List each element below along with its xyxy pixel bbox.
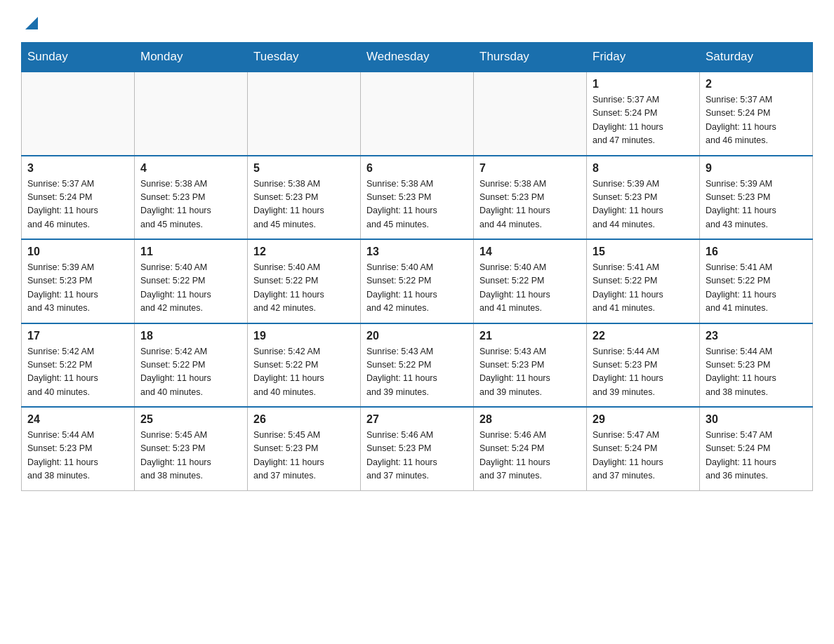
calendar-cell: 22Sunrise: 5:44 AM Sunset: 5:23 PM Dayli… — [587, 323, 700, 408]
day-number: 9 — [706, 162, 807, 175]
calendar-cell: 28Sunrise: 5:46 AM Sunset: 5:24 PM Dayli… — [474, 407, 587, 490]
calendar-cell: 25Sunrise: 5:45 AM Sunset: 5:23 PM Dayli… — [135, 407, 248, 490]
day-info: Sunrise: 5:40 AM Sunset: 5:22 PM Dayligh… — [366, 261, 468, 316]
day-number: 8 — [593, 162, 694, 175]
day-info: Sunrise: 5:38 AM Sunset: 5:23 PM Dayligh… — [140, 177, 241, 232]
day-info: Sunrise: 5:45 AM Sunset: 5:23 PM Dayligh… — [253, 429, 355, 483]
day-info: Sunrise: 5:47 AM Sunset: 5:24 PM Dayligh… — [706, 429, 807, 483]
day-info: Sunrise: 5:40 AM Sunset: 5:22 PM Dayligh… — [479, 261, 581, 316]
day-number: 7 — [479, 162, 581, 175]
week-row-5: 24Sunrise: 5:44 AM Sunset: 5:23 PM Dayli… — [22, 407, 813, 490]
calendar-cell: 1Sunrise: 5:37 AM Sunset: 5:24 PM Daylig… — [587, 72, 700, 156]
day-info: Sunrise: 5:41 AM Sunset: 5:22 PM Dayligh… — [593, 261, 694, 316]
calendar-cell: 16Sunrise: 5:41 AM Sunset: 5:22 PM Dayli… — [700, 239, 813, 323]
calendar-cell: 20Sunrise: 5:43 AM Sunset: 5:22 PM Dayli… — [361, 323, 474, 408]
day-number: 27 — [366, 413, 468, 426]
day-info: Sunrise: 5:38 AM Sunset: 5:23 PM Dayligh… — [366, 177, 468, 232]
day-number: 14 — [479, 246, 581, 258]
day-number: 4 — [140, 162, 241, 175]
calendar-cell: 8Sunrise: 5:39 AM Sunset: 5:23 PM Daylig… — [587, 156, 700, 240]
day-number: 17 — [27, 330, 128, 342]
day-number: 10 — [27, 246, 128, 258]
day-header-sunday: Sunday — [22, 43, 135, 72]
day-header-saturday: Saturday — [700, 43, 813, 72]
day-header-thursday: Thursday — [474, 43, 587, 72]
day-number: 25 — [140, 413, 241, 426]
calendar-cell: 13Sunrise: 5:40 AM Sunset: 5:22 PM Dayli… — [361, 239, 474, 323]
calendar-cell: 14Sunrise: 5:40 AM Sunset: 5:22 PM Dayli… — [474, 239, 587, 323]
day-number: 12 — [253, 246, 355, 258]
calendar-cell — [474, 72, 587, 156]
calendar-cell: 24Sunrise: 5:44 AM Sunset: 5:23 PM Dayli… — [22, 407, 135, 490]
day-header-tuesday: Tuesday — [248, 43, 361, 72]
calendar-header-row: SundayMondayTuesdayWednesdayThursdayFrid… — [22, 43, 813, 72]
day-info: Sunrise: 5:38 AM Sunset: 5:23 PM Dayligh… — [253, 177, 355, 232]
calendar-cell: 3Sunrise: 5:37 AM Sunset: 5:24 PM Daylig… — [22, 156, 135, 240]
day-number: 20 — [366, 330, 468, 342]
calendar-cell — [361, 72, 474, 156]
week-row-2: 3Sunrise: 5:37 AM Sunset: 5:24 PM Daylig… — [22, 156, 813, 240]
calendar-cell: 2Sunrise: 5:37 AM Sunset: 5:24 PM Daylig… — [700, 72, 813, 156]
day-number: 6 — [366, 162, 468, 175]
day-header-wednesday: Wednesday — [361, 43, 474, 72]
day-info: Sunrise: 5:43 AM Sunset: 5:23 PM Dayligh… — [479, 345, 581, 400]
day-info: Sunrise: 5:44 AM Sunset: 5:23 PM Dayligh… — [593, 345, 694, 400]
day-number: 23 — [706, 330, 807, 342]
calendar-cell: 18Sunrise: 5:42 AM Sunset: 5:22 PM Dayli… — [135, 323, 248, 408]
calendar-cell: 15Sunrise: 5:41 AM Sunset: 5:22 PM Dayli… — [587, 239, 700, 323]
day-number: 28 — [479, 413, 581, 426]
day-number: 30 — [706, 413, 807, 426]
calendar-cell: 30Sunrise: 5:47 AM Sunset: 5:24 PM Dayli… — [700, 407, 813, 490]
day-number: 24 — [27, 413, 128, 426]
calendar-cell: 9Sunrise: 5:39 AM Sunset: 5:23 PM Daylig… — [700, 156, 813, 240]
day-info: Sunrise: 5:47 AM Sunset: 5:24 PM Dayligh… — [593, 429, 694, 483]
day-info: Sunrise: 5:43 AM Sunset: 5:22 PM Dayligh… — [366, 345, 468, 400]
day-info: Sunrise: 5:40 AM Sunset: 5:22 PM Dayligh… — [140, 261, 241, 316]
day-info: Sunrise: 5:42 AM Sunset: 5:22 PM Dayligh… — [140, 345, 241, 400]
calendar-cell: 7Sunrise: 5:38 AM Sunset: 5:23 PM Daylig… — [474, 156, 587, 240]
day-info: Sunrise: 5:46 AM Sunset: 5:23 PM Dayligh… — [366, 429, 468, 483]
calendar-cell: 19Sunrise: 5:42 AM Sunset: 5:22 PM Dayli… — [248, 323, 361, 408]
day-number: 2 — [706, 78, 807, 90]
day-number: 21 — [479, 330, 581, 342]
day-number: 3 — [27, 162, 128, 175]
day-info: Sunrise: 5:41 AM Sunset: 5:22 PM Dayligh… — [706, 261, 807, 316]
week-row-1: 1Sunrise: 5:37 AM Sunset: 5:24 PM Daylig… — [22, 72, 813, 156]
day-header-monday: Monday — [135, 43, 248, 72]
logo — [21, 14, 38, 29]
day-info: Sunrise: 5:37 AM Sunset: 5:24 PM Dayligh… — [27, 177, 128, 232]
week-row-3: 10Sunrise: 5:39 AM Sunset: 5:23 PM Dayli… — [22, 239, 813, 323]
day-number: 16 — [706, 246, 807, 258]
calendar-cell: 23Sunrise: 5:44 AM Sunset: 5:23 PM Dayli… — [700, 323, 813, 408]
day-number: 29 — [593, 413, 694, 426]
day-number: 19 — [253, 330, 355, 342]
calendar-cell — [22, 72, 135, 156]
day-info: Sunrise: 5:42 AM Sunset: 5:22 PM Dayligh… — [253, 345, 355, 400]
calendar-cell: 5Sunrise: 5:38 AM Sunset: 5:23 PM Daylig… — [248, 156, 361, 240]
calendar-cell: 27Sunrise: 5:46 AM Sunset: 5:23 PM Dayli… — [361, 407, 474, 490]
calendar-cell: 21Sunrise: 5:43 AM Sunset: 5:23 PM Dayli… — [474, 323, 587, 408]
day-info: Sunrise: 5:39 AM Sunset: 5:23 PM Dayligh… — [706, 177, 807, 232]
page-header — [21, 14, 813, 29]
day-info: Sunrise: 5:39 AM Sunset: 5:23 PM Dayligh… — [593, 177, 694, 232]
day-info: Sunrise: 5:45 AM Sunset: 5:23 PM Dayligh… — [140, 429, 241, 483]
day-number: 15 — [593, 246, 694, 258]
day-info: Sunrise: 5:44 AM Sunset: 5:23 PM Dayligh… — [27, 429, 128, 483]
calendar-cell: 10Sunrise: 5:39 AM Sunset: 5:23 PM Dayli… — [22, 239, 135, 323]
calendar-cell — [248, 72, 361, 156]
week-row-4: 17Sunrise: 5:42 AM Sunset: 5:22 PM Dayli… — [22, 323, 813, 408]
calendar-cell: 17Sunrise: 5:42 AM Sunset: 5:22 PM Dayli… — [22, 323, 135, 408]
calendar-cell: 26Sunrise: 5:45 AM Sunset: 5:23 PM Dayli… — [248, 407, 361, 490]
day-info: Sunrise: 5:42 AM Sunset: 5:22 PM Dayligh… — [27, 345, 128, 400]
calendar-cell: 4Sunrise: 5:38 AM Sunset: 5:23 PM Daylig… — [135, 156, 248, 240]
day-number: 11 — [140, 246, 241, 258]
day-number: 22 — [593, 330, 694, 342]
day-info: Sunrise: 5:37 AM Sunset: 5:24 PM Dayligh… — [593, 93, 694, 148]
day-info: Sunrise: 5:40 AM Sunset: 5:22 PM Dayligh… — [253, 261, 355, 316]
day-info: Sunrise: 5:46 AM Sunset: 5:24 PM Dayligh… — [479, 429, 581, 483]
day-info: Sunrise: 5:37 AM Sunset: 5:24 PM Dayligh… — [706, 93, 807, 148]
day-number: 1 — [593, 78, 694, 90]
day-info: Sunrise: 5:39 AM Sunset: 5:23 PM Dayligh… — [27, 261, 128, 316]
calendar-cell: 6Sunrise: 5:38 AM Sunset: 5:23 PM Daylig… — [361, 156, 474, 240]
calendar-cell — [135, 72, 248, 156]
